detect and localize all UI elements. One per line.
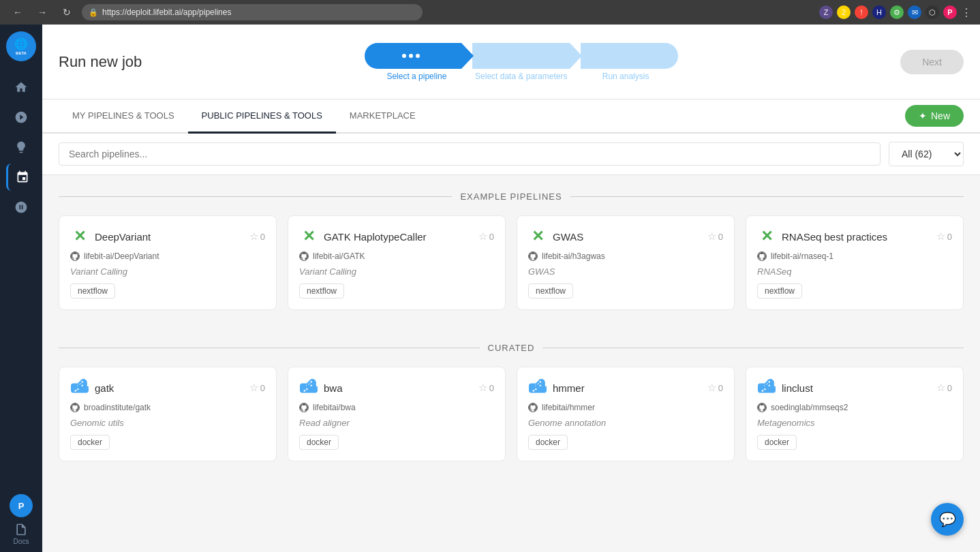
pipeline-card[interactable]: ✕ DeepVariant ☆ 0 lifebit-ai/DeepVariant… — [59, 215, 277, 310]
back-button[interactable]: ← — [8, 3, 27, 22]
card-repo: lifebitai/hmmer — [528, 403, 723, 412]
repo-icon — [299, 403, 309, 412]
example-pipelines-section: EXAMPLE PIPELINES ✕ DeepVariant ☆ 0 life… — [42, 175, 980, 326]
card-star-row[interactable]: ☆ 0 — [936, 230, 952, 243]
filter-select[interactable]: All (62) — [889, 142, 964, 166]
next-button[interactable]: Next — [900, 50, 964, 74]
pipeline-card[interactable]: linclust ☆ 0 soedinglab/mmseqs2 Metageno… — [746, 367, 964, 461]
star-count: 0 — [947, 383, 952, 393]
card-star-row[interactable]: ☆ 0 — [478, 230, 494, 243]
star-icon: ☆ — [249, 230, 258, 243]
repo-name: lifebitai/bwa — [313, 403, 356, 412]
section-title-row-example: EXAMPLE PIPELINES — [59, 191, 964, 202]
card-star-row[interactable]: ☆ 0 — [478, 382, 494, 394]
pipeline-card[interactable]: hmmer ☆ 0 lifebitai/hmmer Genome annotat… — [517, 367, 735, 461]
card-star-row[interactable]: ☆ 0 — [707, 230, 723, 243]
refresh-button[interactable]: ↻ — [57, 3, 76, 22]
forward-button[interactable]: → — [33, 3, 52, 22]
search-row: All (62) — [42, 134, 980, 175]
pipeline-card[interactable]: ✕ GATK HaplotypeCaller ☆ 0 lifebit-ai/GA… — [288, 215, 506, 310]
chat-bubble[interactable]: 💬 — [931, 503, 964, 536]
tab-public-pipelines[interactable]: PUBLIC PIPELINES & TOOLS — [188, 99, 336, 134]
extension-mail[interactable]: ✉ — [908, 5, 921, 19]
docker-icon — [70, 378, 89, 397]
sidebar-docs-link[interactable]: Docs — [14, 523, 29, 545]
wizard-step-3[interactable] — [581, 43, 678, 69]
title-line-left — [59, 196, 452, 197]
repo-icon — [299, 251, 309, 261]
card-star-row[interactable]: ☆ 0 — [249, 382, 265, 394]
sidebar-logo[interactable]: 🌐 BETA — [6, 31, 36, 61]
extension-off[interactable]: ! — [855, 5, 868, 19]
sidebar-item-home[interactable] — [6, 74, 36, 101]
section-title-example: EXAMPLE PIPELINES — [460, 191, 562, 202]
card-title: DeepVariant — [95, 231, 151, 243]
card-title: linclust — [782, 382, 813, 394]
card-tag: nextflow — [757, 283, 802, 298]
card-title: GATK HaplotypeCaller — [324, 231, 427, 243]
new-button[interactable]: ✦ New — [905, 105, 964, 127]
card-category: GWAS — [528, 266, 723, 277]
wizard-step-1[interactable] — [365, 43, 462, 69]
card-repo: lifebit-ai/h3agwas — [528, 251, 723, 261]
url-bar[interactable]: 🔒 https://deploit.lifebit.ai/app/pipelin… — [82, 4, 423, 20]
repo-name: lifebit-ai/GATK — [313, 251, 365, 261]
pipeline-card[interactable]: bwa ☆ 0 lifebitai/bwa Read aligner docke… — [288, 367, 506, 461]
pipeline-card[interactable]: gatk ☆ 0 broadinstitute/gatk Genomic uti… — [59, 367, 277, 461]
title-line-right-curated — [542, 348, 964, 348]
extension-extra[interactable]: ⬡ — [925, 5, 939, 19]
repo-icon — [528, 403, 538, 412]
card-tag: docker — [757, 435, 797, 450]
card-header: ✕ GWAS ☆ 0 — [528, 227, 723, 246]
search-input[interactable] — [59, 142, 881, 166]
repo-name: lifebitai/hmmer — [542, 403, 595, 412]
card-header: ✕ DeepVariant ☆ 0 — [70, 227, 265, 246]
sidebar-item-pipelines[interactable] — [6, 164, 36, 191]
card-category: Genome annotation — [528, 418, 723, 428]
repo-icon — [528, 251, 538, 261]
browser-menu[interactable]: ⋮ — [961, 6, 972, 19]
extension-h[interactable]: H — [872, 5, 886, 19]
wizard-steps: Select a pipeline Select data & paramete… — [365, 43, 678, 81]
user-avatar-browser[interactable]: P — [943, 5, 957, 19]
card-category: Variant Calling — [70, 266, 265, 277]
tab-marketplace[interactable]: MARKETPLACE — [336, 99, 429, 134]
curated-pipeline-grid: gatk ☆ 0 broadinstitute/gatk Genomic uti… — [59, 367, 964, 461]
card-title-row: gatk — [70, 378, 114, 397]
sidebar-item-jobs[interactable] — [6, 104, 36, 131]
sidebar-item-insights[interactable] — [6, 134, 36, 161]
curated-section: CURATED gatk ☆ 0 broadinstitute/gatk Gen… — [42, 326, 980, 478]
repo-name: lifebit-ai/rnaseq-1 — [771, 251, 833, 261]
star-count: 0 — [718, 383, 723, 393]
tab-my-pipelines[interactable]: MY PIPELINES & TOOLS — [59, 99, 188, 134]
wizard-step-2[interactable] — [472, 43, 570, 69]
card-star-row[interactable]: ☆ 0 — [936, 382, 952, 394]
pipeline-card[interactable]: ✕ RNASeq best practices ☆ 0 lifebit-ai/r… — [746, 215, 964, 310]
card-repo: lifebit-ai/DeepVariant — [70, 251, 265, 261]
wizard-arrow-2 — [570, 43, 582, 69]
repo-name: lifebit-ai/DeepVariant — [84, 251, 159, 261]
sidebar: 🌐 BETA P Docs — [0, 25, 42, 552]
docker-icon — [757, 378, 776, 397]
sidebar-item-data[interactable] — [6, 194, 36, 221]
nf-icon: ✕ — [528, 227, 547, 246]
lock-icon: 🔒 — [89, 8, 98, 17]
card-tag: docker — [299, 435, 339, 450]
sidebar-user-avatar[interactable]: P — [10, 494, 33, 517]
pipeline-card[interactable]: ✕ GWAS ☆ 0 lifebit-ai/h3agwas GWAS nextf… — [517, 215, 735, 310]
card-repo: lifebitai/bwa — [299, 403, 494, 412]
title-line-left-curated — [59, 348, 480, 348]
wizard-dots — [402, 54, 420, 58]
browser-right-icons: Z 2 ! H ⚙ ✉ ⬡ P ⋮ — [819, 5, 972, 19]
extension-z[interactable]: Z — [819, 5, 833, 19]
star-count: 0 — [260, 383, 265, 393]
example-pipeline-grid: ✕ DeepVariant ☆ 0 lifebit-ai/DeepVariant… — [59, 215, 964, 310]
card-title: bwa — [324, 382, 343, 394]
card-star-row[interactable]: ☆ 0 — [707, 382, 723, 394]
card-repo: lifebit-ai/GATK — [299, 251, 494, 261]
extension-gear[interactable]: ⚙ — [890, 5, 904, 19]
card-category: Variant Calling — [299, 266, 494, 277]
card-tag: docker — [528, 435, 568, 450]
extension-2[interactable]: 2 — [837, 5, 851, 19]
card-star-row[interactable]: ☆ 0 — [249, 230, 265, 243]
